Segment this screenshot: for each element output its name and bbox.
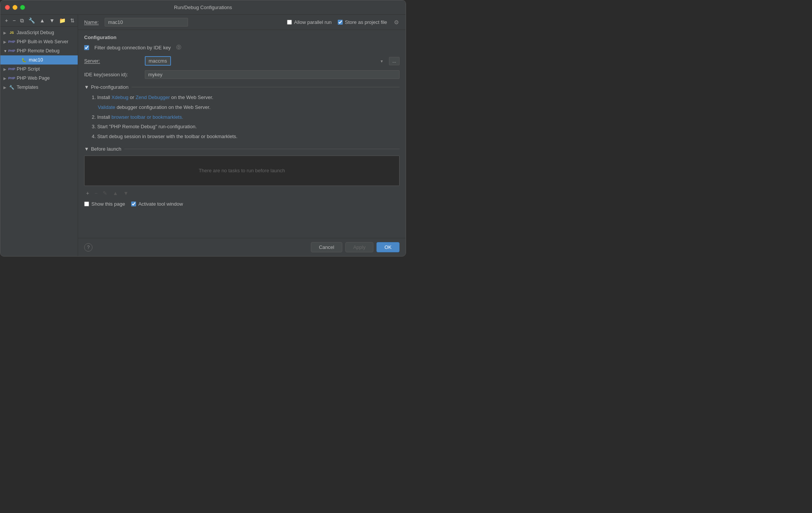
launch-tasks-area: There are no tasks to run before launch: [84, 156, 400, 186]
sidebar-item-js-debug[interactable]: ▶ JS JavaScript Debug: [0, 28, 78, 37]
activate-tool-window-label[interactable]: Activate tool window: [131, 201, 183, 207]
sidebar-label-php-webpage: PHP Web Page: [17, 76, 50, 81]
sidebar-item-php-webpage[interactable]: ▶ PHP PHP Web Page: [0, 74, 78, 83]
config-header-right: Allow parallel run Store as project file…: [287, 18, 400, 27]
before-launch-toggle[interactable]: ▼ Before launch: [84, 146, 121, 152]
php-builtin-icon: PHP: [9, 39, 15, 45]
show-this-page-text: Show this page: [91, 201, 125, 207]
window-title: Run/Debug Configurations: [174, 5, 232, 10]
filter-debug-label: Filter debug connection by IDE key: [94, 45, 171, 50]
sidebar-item-php-script[interactable]: ▶ PHP PHP Script: [0, 65, 78, 74]
minimize-button[interactable]: [13, 5, 17, 10]
folder-button[interactable]: 📁: [58, 17, 67, 24]
store-as-project-file-checkbox[interactable]: [338, 20, 343, 25]
pre-config-item-1: 1. Install Xdebug or Zend Debugger on th…: [92, 94, 400, 102]
traffic-lights: [5, 5, 25, 10]
edit-defaults-button[interactable]: 🔧: [27, 17, 36, 24]
add-config-button[interactable]: +: [3, 17, 9, 24]
show-this-page-label[interactable]: Show this page: [84, 201, 125, 207]
ok-button[interactable]: OK: [376, 242, 400, 252]
config-body: Configuration Filter debug connection by…: [78, 30, 406, 238]
before-launch-empty-text: There are no tasks to run before launch: [199, 168, 285, 173]
run-debug-configurations-window: Run/Debug Configurations + − ⧉ 🔧 ▲ ▼ 📁 ⇅…: [0, 0, 406, 256]
pre-config-item-1b: Validate debugger configuration on the W…: [92, 104, 400, 112]
server-browse-button[interactable]: ...: [389, 57, 400, 65]
launch-remove-button[interactable]: −: [92, 189, 99, 197]
pre-config-arrow-icon: ▼: [84, 84, 89, 90]
move-up-button[interactable]: ▲: [38, 17, 46, 24]
sidebar-item-php-remote[interactable]: ▼ PHP PHP Remote Debug: [0, 46, 78, 55]
store-as-project-file-label[interactable]: Store as project file: [338, 19, 387, 25]
filter-debug-checkbox[interactable]: [84, 45, 89, 50]
config-header: Name: Allow parallel run Store as projec…: [78, 15, 406, 30]
select-arrow-icon: ▼: [380, 59, 384, 63]
sidebar: + − ⧉ 🔧 ▲ ▼ 📁 ⇅ ▶ JS JavaScript Debug ▶: [0, 15, 78, 256]
sidebar-item-templates[interactable]: ▶ 🔧 Templates: [0, 83, 78, 92]
launch-toolbar: + − ✎ ▲ ▼: [84, 188, 400, 198]
sidebar-tree: ▶ JS JavaScript Debug ▶ PHP PHP Built-in…: [0, 27, 78, 256]
pre-config-divider: ▼ Pre-configuration: [84, 84, 400, 90]
activate-tool-window-checkbox[interactable]: [131, 201, 136, 206]
server-row: Server: maccms ▼ ...: [84, 56, 400, 66]
name-input[interactable]: [105, 18, 188, 27]
before-launch-title: Before launch: [91, 146, 121, 152]
validate-link[interactable]: Validate: [98, 104, 115, 110]
pre-config-section: 1. Install Xdebug or Zend Debugger on th…: [84, 94, 400, 141]
sidebar-label-templates: Templates: [17, 85, 38, 90]
activate-tool-window-text: Activate tool window: [138, 201, 183, 207]
sidebar-label-php-remote: PHP Remote Debug: [17, 48, 60, 54]
gear-button[interactable]: ⚙: [393, 18, 400, 27]
server-select[interactable]: maccms: [145, 56, 171, 66]
close-button[interactable]: [5, 5, 10, 10]
pre-config-title: Pre-configuration: [91, 84, 129, 90]
php-remote-icon: PHP: [9, 48, 15, 54]
launch-up-button[interactable]: ▲: [111, 189, 120, 197]
sidebar-item-mac10[interactable]: 🐛 mac10: [0, 55, 78, 65]
mac10-icon: 🐛: [21, 57, 27, 63]
sidebar-label-php-script: PHP Script: [17, 66, 40, 72]
before-launch-arrow-icon: ▼: [84, 146, 89, 152]
filter-debug-help-icon[interactable]: ⓪: [176, 44, 181, 51]
copy-config-button[interactable]: ⧉: [19, 17, 25, 24]
before-launch-divider-line: [124, 149, 400, 149]
sidebar-label-php-builtin: PHP Built-in Web Server: [17, 39, 68, 44]
cancel-button[interactable]: Cancel: [311, 242, 342, 252]
sidebar-toolbar: + − ⧉ 🔧 ▲ ▼ 📁 ⇅: [0, 15, 78, 27]
php-script-icon: PHP: [9, 66, 15, 72]
php-webpage-icon: PHP: [9, 75, 15, 81]
ide-key-input[interactable]: [145, 70, 400, 79]
launch-edit-button[interactable]: ✎: [101, 189, 109, 197]
sidebar-item-php-builtin[interactable]: ▶ PHP PHP Built-in Web Server: [0, 37, 78, 46]
pre-config-item-2: 2. Install browser toolbar or bookmarkle…: [92, 113, 400, 121]
server-label: Server:: [84, 58, 145, 64]
remove-config-button[interactable]: −: [11, 17, 17, 24]
show-this-page-checkbox[interactable]: [84, 201, 89, 206]
apply-button[interactable]: Apply: [345, 242, 374, 252]
xdebug-link[interactable]: Xdebug: [111, 94, 129, 100]
footer: ? Cancel Apply OK: [78, 238, 406, 256]
sort-button[interactable]: ⇅: [69, 17, 76, 24]
allow-parallel-run-label[interactable]: Allow parallel run: [287, 19, 332, 25]
pre-config-toggle[interactable]: ▼ Pre-configuration: [84, 84, 129, 90]
ide-key-row: IDE key(session id):: [84, 70, 400, 79]
help-button[interactable]: ?: [84, 243, 92, 252]
ide-key-label: IDE key(session id):: [84, 72, 145, 77]
server-select-wrap: maccms ▼ ...: [145, 56, 400, 66]
pre-config-item-4: 4. Start debug session in browser with t…: [92, 133, 400, 141]
move-down-button[interactable]: ▼: [48, 17, 56, 24]
launch-down-button[interactable]: ▼: [121, 189, 130, 197]
sidebar-label-js-debug: JavaScript Debug: [17, 30, 54, 35]
tree-arrow-js-debug: ▶: [3, 31, 9, 35]
zend-debugger-link[interactable]: Zend Debugger: [136, 94, 170, 100]
allow-parallel-run-checkbox[interactable]: [287, 20, 292, 25]
maximize-button[interactable]: [20, 5, 25, 10]
launch-add-button[interactable]: +: [84, 189, 91, 197]
pre-config-divider-line: [132, 87, 400, 87]
browser-toolbar-link[interactable]: browser toolbar or bookmarklets.: [111, 114, 183, 120]
name-label: Name:: [84, 19, 99, 25]
titlebar: Run/Debug Configurations: [0, 0, 406, 15]
select-wrapper: maccms ▼: [145, 56, 387, 66]
before-launch-divider: ▼ Before launch: [84, 146, 400, 152]
sidebar-label-mac10: mac10: [29, 57, 43, 63]
configuration-section-title: Configuration: [84, 35, 400, 40]
